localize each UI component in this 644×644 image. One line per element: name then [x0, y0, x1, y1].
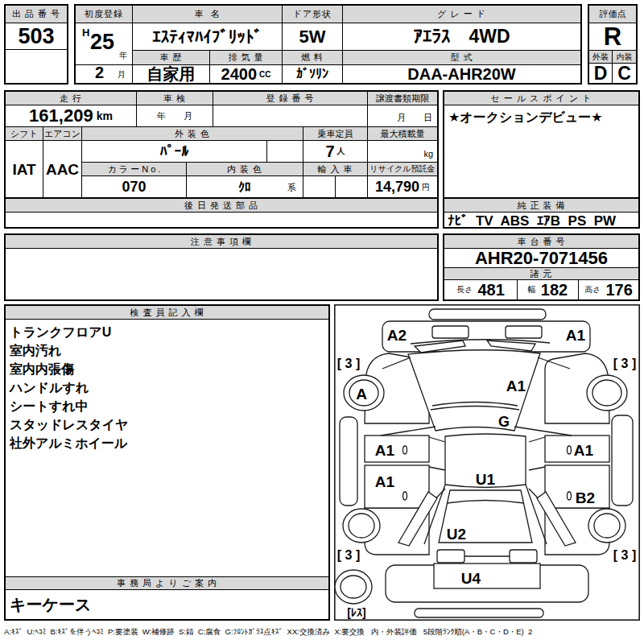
left-rear-door-handle: [403, 492, 407, 500]
capacity-value: 7 人: [303, 141, 368, 163]
rear-left-wheel-inner: [349, 514, 374, 538]
spec-height: 高さ 176: [579, 280, 638, 299]
windshield-code: A1: [506, 378, 526, 394]
grade-label: グ レ ー ド: [343, 6, 580, 23]
front-left-wheel-code: A: [356, 386, 367, 402]
exterior-color-extra-cell: [267, 141, 303, 163]
first-registration-month: 2 月: [76, 65, 133, 83]
inspector-line: スタッドレスタイヤ: [10, 415, 327, 434]
score-label: 評価点: [589, 6, 636, 23]
spec-length: 長さ 481: [444, 280, 518, 299]
interior-score: C: [613, 64, 636, 83]
later-parts-box: 後 日 発 送 部 品: [4, 197, 439, 229]
chassis-label: 車 台 番 号: [444, 235, 638, 249]
exterior-color-label: 外 装 色: [82, 127, 303, 141]
lot-number: 503: [6, 23, 67, 50]
height-label: 高さ: [584, 284, 601, 295]
front-left-lamp: [432, 326, 469, 338]
grade-value: ｱｴﾗｽ 4WD: [343, 23, 580, 51]
first-registration-year: H 25 年: [76, 23, 133, 65]
interior-color-name: ｸﾛ: [238, 180, 251, 195]
front-right-lamp: [506, 326, 542, 338]
right-sill: [612, 415, 633, 506]
door-shape-label: ドア形状: [283, 6, 343, 23]
registration-number-value: [213, 105, 368, 127]
chassis-specs-box: 車 台 番 号 AHR20-7071456 諸 元 長さ 481 幅 182 高…: [443, 233, 640, 301]
fuel-value: ｶﾞｿﾘﾝ: [283, 65, 343, 83]
recycle-unit: 円: [422, 182, 430, 193]
auction-sheet: 出 品 番 号 503 初度登録 車 名 ドア形状 グ レ ー ド H 25 年…: [0, 0, 644, 644]
import-cell-right: [336, 176, 368, 198]
office-label: 事 務 局 よ り ご 案 内: [6, 576, 328, 590]
vehicle-header-box: 初度登録 車 名 ドア形状 グ レ ー ド H 25 年 2 月 ｴｽﾃｨﾏﾊｲ…: [74, 4, 582, 85]
transfer-deadline-placeholder: 月 日: [397, 112, 432, 124]
detail-grid-box: 走 行 車 検 登 録 番 号 譲渡書類期限 161,209 km 年 月 月 …: [4, 90, 439, 200]
interior-color-label: 内 装 色: [187, 163, 303, 176]
score-box: 評価点 R 外装 内装 D C: [588, 4, 638, 85]
recycle-number: 14,790: [375, 179, 419, 196]
inspector-line: ハンドルすれ: [10, 378, 327, 397]
inspector-lines: トランクフロアU 室内汚れ 室内内張傷 ハンドルすれ シートすれ中 スタッドレス…: [10, 323, 327, 452]
car-name-value: ｴｽﾃｨﾏﾊｲﾌﾞﾘｯﾄﾞ: [133, 23, 283, 51]
tire-rear-right-code: [ 3 ]: [613, 548, 636, 562]
displacement-value: 2400 CC: [210, 65, 283, 83]
transfer-deadline-value: 月 日: [368, 105, 437, 127]
inspection-label: 車 検: [137, 92, 213, 105]
interior-color-value: ｸﾛ 系: [187, 176, 303, 198]
damage-diagram: A2 A1 A1 G A A1 A1 U1 A1 B2 U2 U4 [ 3 ] …: [334, 304, 640, 621]
length-value: 481: [477, 281, 504, 299]
later-parts-label: 後 日 発 送 部 品: [6, 199, 437, 213]
max-load-unit: kg: [423, 149, 433, 159]
width-value: 182: [541, 281, 568, 299]
width-label: 幅: [528, 284, 536, 295]
tire-rear-left-code: [ 3 ]: [337, 548, 360, 562]
legend: A:ｷｽﾞ U:ﾍｺﾐ B:ｷｽﾞを伴うﾍｺﾐ P:要塗装 W:補修跡 S:錆 …: [4, 627, 640, 640]
inspector-label: 検 査 員 記 入 欄: [6, 306, 328, 320]
ac-label: エアコン: [43, 127, 82, 141]
displacement-number: 2400: [221, 65, 258, 84]
spare-tire-code: [ﾚｽ]: [347, 606, 365, 619]
fuel-label: 燃 料: [283, 51, 343, 65]
interior-color-suffix: 系: [287, 182, 296, 194]
sales-point-box: セ ー ル ス ポ イ ン ト ★オークションデビュー★: [443, 90, 640, 200]
right-front-door-code: A1: [574, 442, 594, 459]
front-panel: [382, 321, 590, 352]
front-right-wheel-inner: [592, 380, 621, 406]
left-rear-door-code: A1: [375, 473, 395, 490]
height-value: 176: [605, 281, 632, 299]
front-right-panel-code: A1: [566, 327, 586, 344]
shift-value: IAT: [6, 141, 43, 198]
left-front-door-code: A1: [375, 442, 395, 459]
first-registration-label: 初度登録: [76, 6, 133, 23]
equipment-text: ﾅﾋﾞ TV ABS ｴｱB PS PW: [448, 213, 638, 229]
color-number-value: 070: [82, 176, 187, 198]
model-code-label: 型 式: [343, 51, 580, 65]
import-label: 輸 入 車: [303, 163, 368, 176]
right-front-door-handle: [568, 446, 572, 454]
rear-right-lamp: [510, 550, 537, 563]
spare-tire-inner: [341, 576, 366, 598]
front-bumper-bar: [429, 309, 546, 320]
inspector-line: 社外アルミホイール: [10, 434, 327, 452]
equipment-label: 純 正 装 備: [444, 199, 638, 213]
sales-point-label: セ ー ル ス ポ イ ン ト: [444, 92, 638, 105]
era-letter: H: [82, 27, 89, 39]
score-value: R: [589, 23, 636, 51]
recycle-deposit-label: リサイクル預託金: [368, 163, 437, 176]
shift-label: シフト: [6, 127, 43, 141]
rear-lower-code: U4: [461, 570, 481, 587]
lot-label: 出 品 番 号: [6, 6, 67, 23]
chassis-value: AHR20-7071456: [444, 249, 638, 268]
capacity-number: 7: [325, 142, 334, 161]
exterior-score: D: [589, 64, 613, 83]
history-value: 自家用: [133, 65, 210, 83]
inspector-line: 室内汚れ: [10, 341, 327, 360]
tire-front-left-code: [ 3 ]: [337, 357, 360, 370]
tire-front-right-code: [ 3 ]: [613, 357, 636, 370]
length-label: 長さ: [456, 284, 473, 295]
car-name-label: 車 名: [133, 6, 283, 23]
door-shape-value: 5W: [283, 23, 343, 51]
mileage-label: 走 行: [6, 92, 137, 105]
capacity-label: 乗車定員: [303, 127, 368, 141]
spec-width: 幅 182: [518, 280, 579, 299]
